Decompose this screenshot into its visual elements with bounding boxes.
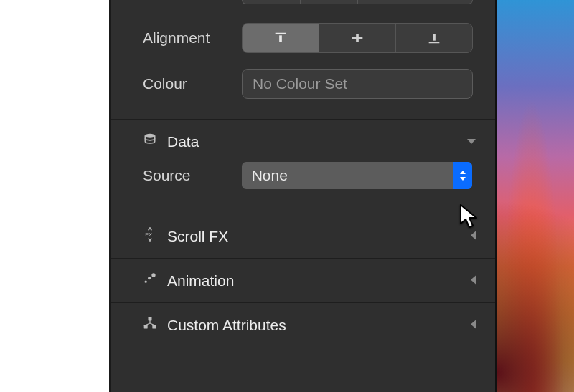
svg-rect-11	[149, 317, 152, 321]
animation-section-header[interactable]: Animation	[111, 259, 484, 302]
svg-point-10	[151, 273, 155, 277]
align-middle-icon	[349, 30, 365, 46]
colour-well[interactable]: No Colour Set	[242, 69, 473, 99]
align-top-button[interactable]	[243, 24, 319, 52]
scrollfx-title: Scroll FX	[167, 228, 228, 245]
prev-segmented-control-remnant	[242, 0, 473, 4]
nodes-icon	[143, 316, 157, 334]
custom-attributes-header[interactable]: Custom Attributes	[111, 303, 484, 347]
align-middle-button[interactable]	[319, 24, 396, 52]
source-label: Source	[143, 167, 242, 184]
text-style-block: Alignment	[111, 4, 495, 120]
alignment-label: Alignment	[143, 29, 242, 47]
svg-rect-5	[433, 34, 436, 41]
animation-section: Animation	[111, 259, 495, 303]
chevron-down-icon	[466, 136, 476, 148]
source-value: None	[252, 167, 472, 184]
colour-label: Colour	[143, 75, 242, 92]
inspector-panel: Alignment	[109, 0, 497, 392]
svg-rect-13	[152, 325, 156, 329]
source-popup[interactable]: None	[242, 162, 472, 189]
animation-icon	[143, 272, 157, 290]
chevron-left-icon	[469, 319, 476, 331]
colour-value: No Colour Set	[253, 75, 347, 92]
database-icon	[143, 133, 157, 150]
scrollfx-icon: FX	[143, 227, 157, 245]
alignment-row: Alignment	[143, 23, 484, 53]
svg-rect-3	[356, 34, 359, 42]
svg-point-9	[148, 277, 151, 279]
custom-attributes-section: Custom Attributes	[111, 303, 495, 347]
left-margin	[0, 0, 109, 392]
align-top-icon	[273, 30, 288, 46]
svg-rect-12	[144, 325, 148, 329]
data-section-body: Source None	[111, 162, 484, 214]
scrollfx-section-header[interactable]: FX Scroll FX	[111, 214, 484, 258]
desktop-wallpaper	[497, 0, 574, 392]
popup-stepper-icon	[453, 162, 472, 189]
svg-rect-1	[279, 35, 282, 42]
alignment-segmented-control	[242, 23, 473, 53]
chevron-left-icon	[469, 230, 476, 242]
chevron-left-icon	[469, 274, 476, 287]
svg-point-8	[145, 281, 147, 283]
scrollfx-section: FX Scroll FX	[111, 214, 495, 259]
colour-row: Colour No Colour Set	[143, 69, 484, 99]
svg-point-6	[145, 134, 154, 138]
svg-text:FX: FX	[145, 231, 152, 238]
data-section: Data Source None	[111, 120, 495, 214]
data-section-title: Data	[167, 133, 199, 150]
align-bottom-button[interactable]	[396, 24, 472, 52]
custom-attributes-title: Custom Attributes	[167, 317, 286, 334]
source-row: Source None	[143, 162, 472, 189]
data-section-header[interactable]: Data	[111, 120, 484, 163]
align-bottom-icon	[426, 30, 442, 46]
animation-title: Animation	[167, 272, 234, 290]
